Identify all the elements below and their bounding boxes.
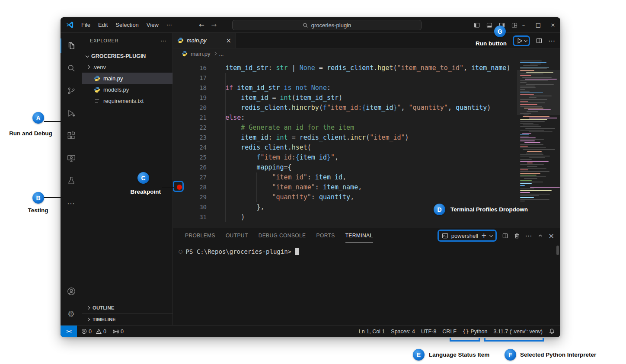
breakpoint-gutter[interactable] <box>173 83 186 93</box>
code-line[interactable]: 28 "item_name": item_name, <box>173 182 560 192</box>
code-line[interactable]: 22 # Generate an id for the item <box>173 123 560 133</box>
indentation-status[interactable]: Spaces: 4 <box>391 329 415 335</box>
breadcrumb-more[interactable]: ... <box>219 51 224 57</box>
explorer-actions-icon[interactable]: ⋯ <box>160 37 166 44</box>
code-line[interactable]: 31 ) <box>173 212 560 222</box>
sidebar-item-source-control[interactable] <box>61 80 82 102</box>
code-line[interactable]: 25 f"item_id:{item_id}", <box>173 153 560 163</box>
breakpoint-gutter[interactable] <box>173 153 186 163</box>
code-line[interactable]: 16 item_id_str: str | None = redis_clien… <box>173 63 560 73</box>
menu-selection[interactable]: Selection <box>112 17 142 32</box>
remote-indicator[interactable]: >< <box>61 326 77 337</box>
breakpoint-gutter[interactable] <box>173 73 186 83</box>
panel-tab-output[interactable]: OUTPUT <box>226 228 248 243</box>
maximize-panel-icon[interactable] <box>537 233 543 239</box>
code-line[interactable]: 26 mapping={ <box>173 163 560 172</box>
minimize-icon[interactable]: – <box>516 17 531 33</box>
tree-item-venv[interactable]: .venv <box>82 61 172 73</box>
cursor-position-status[interactable]: Ln 1, Col 1 <box>359 329 385 335</box>
tree-item-main-py[interactable]: main.py <box>82 73 172 84</box>
terminal[interactable]: ○ PS C:\Repos\groceries-plugin> <box>173 243 560 325</box>
breakpoint-gutter[interactable] <box>173 182 186 192</box>
encoding-status[interactable]: UTF-8 <box>421 329 436 335</box>
eol-status[interactable]: CRLF <box>442 329 457 335</box>
breadcrumb-file[interactable]: main.py <box>191 51 211 57</box>
breadcrumbs[interactable]: main.py ... <box>173 48 560 59</box>
run-dropdown-icon[interactable] <box>524 38 527 42</box>
toggle-sidebar-icon[interactable] <box>473 22 480 29</box>
problems-status[interactable]: 0 0 <box>81 329 106 335</box>
file-label: main.py <box>103 75 123 82</box>
code-line[interactable]: 23 item_id: int = redis_client.incr("ite… <box>173 133 560 143</box>
back-icon[interactable]: ← <box>199 21 204 29</box>
account-button[interactable] <box>61 280 82 303</box>
search-box[interactable]: groceries-plugin <box>232 20 422 30</box>
python-interpreter-status[interactable]: 3.11.7 ('.venv': venv) <box>493 329 543 335</box>
editor-more-actions-icon[interactable]: ⋯ <box>548 37 555 45</box>
breakpoint-gutter[interactable] <box>173 123 186 133</box>
terminal-scrollbar[interactable] <box>556 246 559 255</box>
breakpoint-gutter[interactable] <box>173 63 186 73</box>
toggle-panel-icon[interactable] <box>486 22 493 29</box>
terminal-profiles-dropdown[interactable]: powershell + <box>438 230 497 242</box>
sidebar-item-run-and-debug[interactable] <box>61 102 82 125</box>
panel-tab-debug-console[interactable]: DEBUG CONSOLE <box>259 228 306 243</box>
code-line[interactable]: 24 redis_client.hset( <box>173 143 560 153</box>
sidebar-item-testing[interactable] <box>61 169 82 192</box>
code-line[interactable]: 19 item_id = int(item_id_str) <box>173 93 560 103</box>
breakpoint-gutter[interactable] <box>173 212 186 222</box>
code-line[interactable]: 29 "quantity": quantity, <box>173 192 560 202</box>
split-editor-icon[interactable] <box>536 37 543 44</box>
tree-item-requirements-txt[interactable]: requirements.txt <box>82 95 172 106</box>
code-line[interactable]: 21 else: <box>173 113 560 123</box>
split-terminal-icon[interactable] <box>502 233 508 239</box>
notifications-bell-icon[interactable] <box>549 328 555 335</box>
timeline-section[interactable]: TIMELINE <box>82 313 172 325</box>
minimap-slider[interactable] <box>517 70 560 115</box>
outline-section[interactable]: OUTLINE <box>82 302 172 313</box>
sidebar-item-remote-explorer[interactable] <box>61 147 82 169</box>
code-line[interactable]: 18 if item_id_str is not None: <box>173 83 560 93</box>
forward-icon[interactable]: → <box>211 21 217 29</box>
manage-button[interactable]: ⚙ <box>61 303 82 325</box>
kill-terminal-trash-icon[interactable] <box>514 233 520 239</box>
breakpoint-gutter[interactable] <box>173 192 186 202</box>
breakpoint-gutter[interactable] <box>173 163 186 172</box>
breakpoint-gutter[interactable] <box>173 202 186 212</box>
sidebar-item-search[interactable] <box>61 57 82 80</box>
minimap[interactable] <box>519 61 557 226</box>
panel-tab-problems[interactable]: PROBLEMS <box>185 228 215 243</box>
sidebar-item-extensions[interactable] <box>61 125 82 147</box>
breakpoint-gutter[interactable] <box>173 143 186 153</box>
code-line[interactable]: 17 <box>173 73 560 83</box>
close-panel-icon[interactable]: × <box>549 232 554 240</box>
panel-tab-ports[interactable]: PORTS <box>316 228 335 243</box>
panel-more-actions-icon[interactable]: ⋯ <box>525 232 532 240</box>
tab-main-py[interactable]: main.py × <box>173 33 236 48</box>
menu-edit[interactable]: Edit <box>94 17 112 32</box>
menu-view[interactable]: View <box>143 17 163 32</box>
close-window-icon[interactable]: × <box>546 17 560 33</box>
close-tab-icon[interactable]: × <box>226 37 231 45</box>
tree-item-models-py[interactable]: models.py <box>82 84 172 95</box>
code-line[interactable]: 20 redis_client.hincrby(f"item_id:{item_… <box>173 103 560 113</box>
breakpoint-gutter[interactable] <box>173 113 186 123</box>
panel-tab-terminal[interactable]: TERMINAL <box>345 228 373 243</box>
shell-integration-icon: ○ <box>179 249 183 254</box>
maximize-icon[interactable]: □ <box>531 17 546 33</box>
breakpoint-gutter[interactable] <box>173 93 186 103</box>
tree-root-folder[interactable]: GROCERIES-PLUGIN <box>82 51 172 61</box>
breakpoint-gutter[interactable] <box>173 133 186 143</box>
menu-file[interactable]: File <box>77 17 94 32</box>
code-editor[interactable]: 16 item_id_str: str | None = redis_clien… <box>173 59 560 228</box>
terminal-dropdown-chevron-icon[interactable] <box>489 233 492 236</box>
sidebar-item-explorer[interactable] <box>61 35 82 57</box>
menu-overflow-icon[interactable]: ⋯ <box>163 17 176 32</box>
breakpoint-gutter[interactable] <box>173 103 186 113</box>
tunnels-status[interactable]: 0 <box>113 329 124 335</box>
new-terminal-icon[interactable]: + <box>481 232 487 239</box>
code-line[interactable]: 27 "item_id": item_id, <box>173 172 560 182</box>
language-status-item[interactable]: {} Python <box>463 329 487 335</box>
run-button[interactable] <box>516 37 523 45</box>
terminal-icon <box>442 233 448 239</box>
